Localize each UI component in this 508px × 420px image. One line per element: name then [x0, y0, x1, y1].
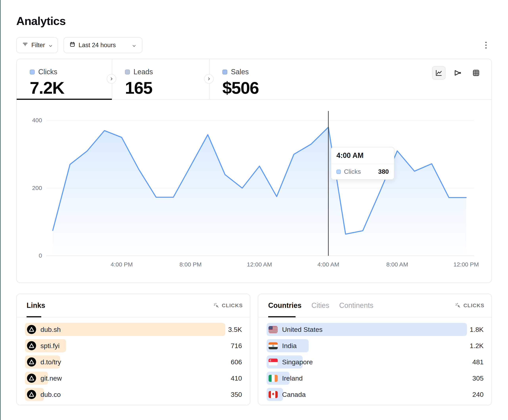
dub-logo-icon	[27, 325, 36, 334]
list-item[interactable]: Singapore481	[267, 355, 484, 369]
cursor-click-icon	[455, 303, 461, 308]
calendar-icon	[69, 41, 75, 49]
active-tab-underline	[17, 99, 112, 100]
list-item[interactable]: Canada240	[267, 388, 484, 401]
funnel-view-button[interactable]	[451, 66, 464, 80]
dub-logo-icon	[27, 341, 36, 350]
y-axis-tick: 200	[16, 185, 42, 191]
x-axis-tick: 8:00 PM	[179, 261, 202, 268]
stat-label: Clicks	[38, 68, 57, 76]
overflow-menu-button[interactable]	[480, 37, 492, 53]
filter-button-label: Filter	[31, 42, 45, 49]
chart-view-switcher	[432, 66, 483, 80]
table-view-button[interactable]	[469, 66, 483, 80]
y-axis-tick: 400	[16, 117, 42, 124]
tab-clicks[interactable]: Clicks 7.2K	[17, 59, 112, 100]
row-label: Ireland	[282, 374, 303, 382]
row-value: 240	[472, 391, 484, 398]
tab-continents[interactable]: Continents	[339, 301, 373, 310]
list-item[interactable]: United States1.8K	[267, 323, 484, 336]
clicks-swatch-icon	[336, 170, 341, 174]
row-label: d.to/try	[40, 358, 61, 366]
links-panel: Links CLICKS dub.sh3.5Kspti.fyi716d.to/t…	[16, 294, 250, 405]
tab-links[interactable]: Links	[27, 301, 45, 310]
active-tab-underline	[27, 316, 41, 317]
row-label: Singapore	[282, 358, 313, 366]
stat-label: Leads	[134, 68, 153, 76]
tooltip-series-label: Clicks	[344, 168, 375, 175]
filter-icon	[22, 41, 28, 49]
date-range-button[interactable]: Last 24 hours	[63, 37, 142, 53]
flag-in-icon	[269, 341, 278, 350]
page-edge-strip	[0, 0, 0, 420]
leads-swatch-icon	[125, 70, 130, 74]
row-label: India	[282, 342, 297, 350]
clicks-value: 7.2K	[30, 78, 112, 98]
row-value: 606	[231, 358, 242, 366]
dub-logo-icon	[27, 374, 36, 383]
stat-label: Sales	[231, 68, 249, 76]
row-value: 716	[231, 342, 242, 350]
leads-value: 165	[125, 78, 209, 98]
list-item[interactable]: Ireland305	[267, 372, 484, 385]
clicks-swatch-icon	[30, 70, 35, 74]
row-label: spti.fyi	[40, 342, 60, 350]
tab-sales[interactable]: Sales $506	[209, 59, 312, 100]
x-axis-tick: 8:00 AM	[386, 261, 408, 268]
links-panel-header: Links CLICKS	[17, 294, 250, 317]
flag-us-icon	[269, 325, 278, 334]
date-range-label: Last 24 hours	[79, 42, 116, 49]
stats-tab-row: Clicks 7.2K Leads 165 Sales $506	[17, 59, 492, 100]
dub-logo-icon	[27, 357, 36, 367]
metric-selector-clicks[interactable]: CLICKS	[455, 303, 484, 309]
tooltip-value: 380	[378, 168, 389, 175]
list-item[interactable]: India1.2K	[267, 339, 484, 352]
countries-panel-header: Countries Cities Continents CLICKS	[258, 294, 492, 317]
chevron-down-icon	[132, 43, 136, 48]
flag-ca-icon	[269, 390, 278, 399]
metric-selector-clicks[interactable]: CLICKS	[213, 303, 243, 309]
flag-ie-icon	[269, 374, 278, 383]
page-title: Analytics	[16, 14, 66, 28]
countries-list: United States1.8KIndia1.2KSingapore481Ir…	[258, 317, 492, 401]
links-list: dub.sh3.5Kspti.fyi716d.to/try606git.new4…	[17, 317, 250, 401]
line-chart-view-button[interactable]	[432, 66, 446, 80]
active-tab-underline	[268, 316, 296, 317]
tab-cities[interactable]: Cities	[311, 301, 329, 310]
row-value: 410	[231, 374, 242, 382]
x-axis-tick: 12:00 AM	[247, 261, 272, 268]
row-value: 3.5K	[228, 326, 242, 333]
chart-tooltip: 4:00 AM Clicks 380	[331, 147, 394, 180]
x-axis-tick: 12:00 PM	[454, 261, 479, 268]
next-metric-chevron-button[interactable]	[204, 74, 214, 84]
list-item[interactable]: git.new410	[25, 372, 242, 385]
row-label: United States	[282, 326, 322, 333]
y-axis-tick: 0	[16, 252, 42, 259]
next-metric-chevron-button[interactable]	[107, 74, 116, 84]
row-label: dub.co	[40, 391, 61, 398]
list-item[interactable]: dub.sh3.5K	[25, 323, 242, 336]
countries-panel: Countries Cities Continents CLICKS Unite…	[258, 294, 492, 405]
sales-value: $506	[222, 78, 312, 98]
clicks-area-chart[interactable]	[16, 108, 492, 267]
list-item[interactable]: dub.co350	[25, 388, 242, 401]
x-axis-tick: 4:00 PM	[111, 261, 133, 268]
row-value: 350	[231, 391, 242, 398]
filter-button[interactable]: Filter	[16, 37, 58, 53]
tab-countries[interactable]: Countries	[268, 301, 301, 310]
row-label: dub.sh	[40, 326, 61, 333]
cursor-click-icon	[213, 303, 219, 308]
row-value: 305	[472, 374, 484, 382]
row-value: 1.2K	[470, 342, 484, 350]
row-value: 481	[472, 358, 484, 366]
list-item[interactable]: spti.fyi716	[25, 339, 242, 352]
metric-label: CLICKS	[463, 303, 484, 309]
list-item[interactable]: d.to/try606	[25, 355, 242, 369]
analytics-page: Analytics Filter Last 24 hours Clic	[0, 0, 508, 420]
row-value: 1.8K	[470, 326, 484, 333]
tab-leads[interactable]: Leads 165	[112, 59, 209, 100]
x-axis-tick: 4:00 AM	[317, 261, 339, 268]
tooltip-time: 4:00 AM	[331, 147, 394, 164]
kebab-menu-icon	[486, 41, 486, 49]
row-label: Canada	[282, 391, 306, 398]
